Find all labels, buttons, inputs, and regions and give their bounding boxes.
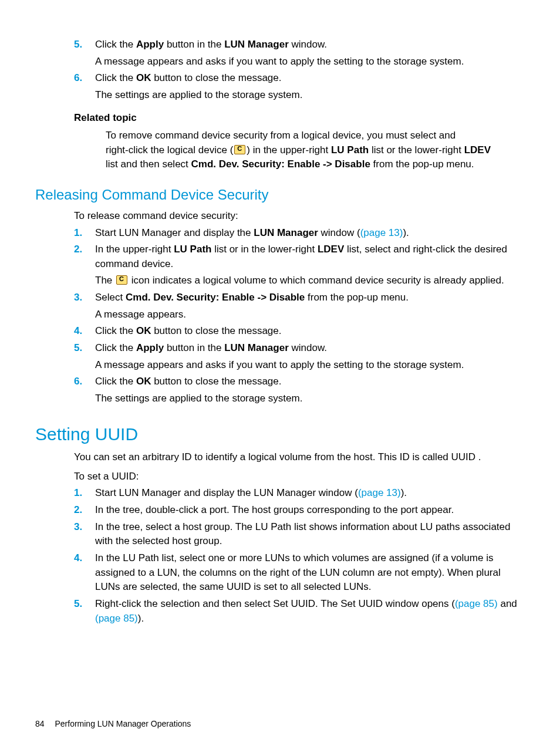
text: ).	[403, 227, 409, 238]
list-item: 3. In the tree, select a host group. The…	[74, 520, 525, 549]
list-number: 1.	[74, 226, 95, 241]
bold-text: LU Path	[174, 244, 211, 255]
text: In the upper-right	[95, 244, 174, 255]
list-number: 2.	[74, 242, 95, 271]
text: list and then select	[106, 158, 191, 170]
text: button to close the message.	[151, 376, 281, 387]
list-body: Click the Apply button in the LUN Manage…	[95, 341, 525, 356]
text: ) in the upper-right	[247, 144, 331, 156]
text: Click the	[95, 72, 136, 83]
page-ref-link[interactable]: (page 85)	[95, 613, 138, 624]
text: button in the	[164, 39, 224, 50]
list-number: 6.	[74, 71, 95, 86]
bold-text: Cmd. Dev. Security: Enable -> Disable	[191, 158, 370, 170]
list-number: 2.	[74, 503, 95, 518]
list-body: Click the Apply button in the LUN Manage…	[95, 38, 525, 52]
list-item: 3. Select Cmd. Dev. Security: Enable -> …	[74, 291, 525, 305]
list-number: 5.	[74, 597, 95, 626]
text: list or the lower-right	[369, 144, 464, 156]
list-body: Click the OK button to close the message…	[95, 71, 525, 86]
list-number: 3.	[74, 520, 95, 549]
list-body: In the LU Path list, select one or more …	[95, 551, 525, 595]
list-item: 5. Click the Apply button in the LUN Man…	[74, 341, 525, 356]
page-number: 84	[35, 719, 45, 728]
text: Click the	[95, 376, 136, 387]
text: Start LUN Manager and display the LUN Ma…	[95, 487, 358, 498]
footer-title: Performing LUN Manager Operations	[55, 719, 191, 728]
bold-text: Apply	[136, 342, 164, 353]
list-number: 3.	[74, 291, 95, 305]
document-page: 5. Click the Apply button in the LUN Man…	[0, 0, 560, 746]
list-body: Click the OK button to close the message…	[95, 324, 525, 339]
list-number: 1.	[74, 486, 95, 501]
list-body: Right-click the selection and then selec…	[95, 597, 525, 626]
section-heading: Releasing Command Device Security	[35, 185, 525, 205]
bold-text: OK	[136, 325, 151, 336]
list-body: In the upper-right LU Path list or in th…	[95, 242, 525, 271]
text: ).	[401, 487, 407, 498]
text: from the pop-up menu.	[305, 292, 409, 303]
page-ref-link[interactable]: (page 13)	[360, 227, 403, 238]
list-item: 5. Click the Apply button in the LUN Man…	[74, 38, 525, 52]
bold-text: Cmd. Dev. Security: Enable -> Disable	[126, 292, 305, 303]
text-line: To remove command device security from a…	[106, 129, 501, 143]
related-topic-heading: Related topic	[74, 111, 525, 126]
text: and	[498, 598, 517, 609]
list-item: 4. In the LU Path list, select one or mo…	[74, 551, 525, 595]
list-item: 5. Right-click the selection and then se…	[74, 597, 525, 626]
text: Start LUN Manager and display the	[95, 227, 254, 238]
text: Select	[95, 292, 126, 303]
list-subtext: The icon indicates a logical volume to w…	[95, 274, 525, 288]
list-item: 4. Click the OK button to close the mess…	[74, 324, 525, 339]
text: Click the	[95, 325, 136, 336]
bold-text: LDEV	[318, 244, 344, 255]
bold-text: OK	[136, 376, 151, 387]
section-heading: Setting UUID	[35, 421, 525, 447]
list-item: 2. In the tree, double-click a port. The…	[74, 503, 525, 518]
list-subtext: The settings are applied to the storage …	[95, 391, 525, 406]
list-body: Start LUN Manager and display the LUN Ma…	[95, 486, 525, 501]
bold-text: LUN Manager	[224, 342, 289, 353]
text-line: right-click the logical device () in the…	[106, 143, 501, 172]
list-item: 6. Click the OK button to close the mess…	[74, 71, 525, 86]
text: button to close the message.	[151, 325, 281, 336]
list-subtext: A message appears.	[95, 308, 525, 322]
page-ref-link[interactable]: (page 85)	[455, 598, 498, 609]
list-item: 6. Click the OK button to close the mess…	[74, 374, 525, 389]
text: Click the	[95, 39, 136, 50]
text: Click the	[95, 342, 136, 353]
text: from the pop-up menu.	[370, 158, 474, 170]
text: right-click the logical device (	[106, 144, 233, 156]
text: Right-click the selection and then selec…	[95, 598, 455, 609]
bold-text: LDEV	[464, 144, 491, 156]
list-item: 1. Start LUN Manager and display the LUN…	[74, 486, 525, 501]
bold-text: LU Path	[331, 144, 369, 156]
bold-text: LUN Manager	[254, 227, 318, 238]
list-body: In the tree, double-click a port. The ho…	[95, 503, 525, 518]
list-body: Start LUN Manager and display the LUN Ma…	[95, 226, 525, 241]
command-device-icon	[116, 275, 127, 285]
list-subtext: A message appears and asks if you want t…	[95, 358, 525, 373]
list-number: 4.	[74, 551, 95, 595]
list-subtext: The settings are applied to the storage …	[95, 88, 525, 103]
text: button in the	[164, 342, 224, 353]
text: window.	[289, 39, 327, 50]
text: button to close the message.	[151, 72, 281, 83]
list-subtext: A message appears and asks if you want t…	[95, 55, 525, 69]
list-number: 4.	[74, 324, 95, 339]
intro-text: To set a UUID:	[74, 470, 525, 484]
intro-text: To release command device security:	[74, 209, 525, 224]
list-item: 2. In the upper-right LU Path list or in…	[74, 242, 525, 271]
list-item: 1. Start LUN Manager and display the LUN…	[74, 226, 525, 241]
page-ref-link[interactable]: (page 13)	[358, 487, 401, 498]
bold-text: LUN Manager	[224, 39, 289, 50]
list-number: 6.	[74, 374, 95, 389]
list-number: 5.	[74, 38, 95, 52]
list-body: Click the OK button to close the message…	[95, 374, 525, 389]
text: list or in the lower-right	[211, 244, 317, 255]
list-body: In the tree, select a host group. The LU…	[95, 520, 525, 549]
text: icon indicates a logical volume to which…	[129, 275, 504, 286]
text: ).	[138, 613, 144, 624]
page-footer: 84 Performing LUN Manager Operations	[35, 718, 191, 730]
related-topic-body: To remove command device security from a…	[106, 129, 501, 172]
